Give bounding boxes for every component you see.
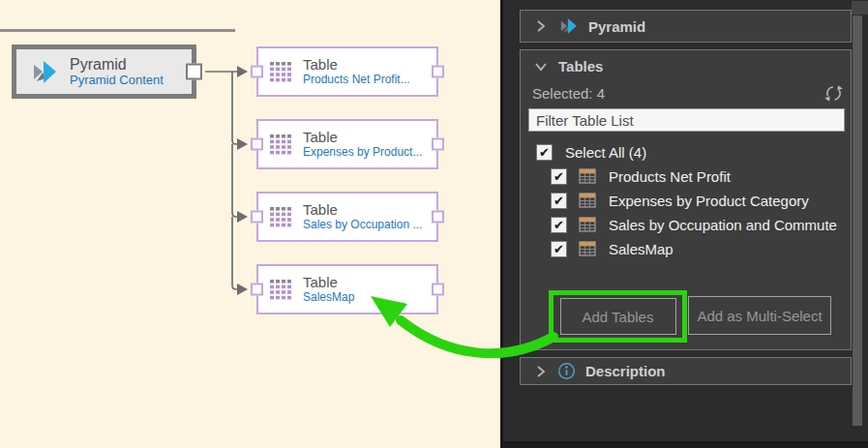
output-port[interactable] (186, 64, 202, 80)
output-port[interactable] (432, 138, 444, 151)
input-port[interactable] (251, 211, 263, 224)
table-item-label: Expenses by Product Category (609, 193, 809, 209)
item-checkbox[interactable]: ✔ (551, 217, 567, 233)
chevron-right-icon (533, 364, 549, 379)
select-all-checkbox[interactable]: ✔ (536, 144, 553, 161)
source-node-title: Pyramid (70, 56, 164, 74)
table-list-item[interactable]: ✔ Sales by Occupation and Commute (551, 215, 837, 234)
scrollbar[interactable] (853, 15, 862, 426)
table-node-subtitle: Expenses by Product... (303, 146, 422, 159)
pyramid-source-node[interactable]: Pyramid Pyramid Content (12, 45, 196, 99)
data-flow-canvas[interactable]: Pyramid Pyramid Content Table Products N… (0, 0, 500, 448)
table-grid-icon (270, 62, 292, 82)
tables-section-label: Tables (558, 58, 603, 75)
table-icon (579, 168, 596, 184)
table-icon (579, 241, 596, 256)
table-list-item[interactable]: ✔ Products Net Profit (551, 166, 731, 186)
pyramid-logo-icon (558, 16, 579, 36)
pyramid-section-label: Pyramid (588, 18, 645, 35)
table-grid-icon (270, 280, 292, 300)
table-node-title: Table (303, 275, 354, 291)
output-port[interactable] (432, 66, 444, 78)
table-item-label: Products Net Profit (609, 168, 731, 185)
chevron-right-icon (533, 18, 549, 34)
table-node-expenses[interactable]: Table Expenses by Product... (256, 119, 438, 169)
source-node-subtitle: Pyramid Content (70, 74, 164, 87)
table-grid-icon (270, 134, 292, 155)
table-node-subtitle: Products Net Profit... (303, 74, 410, 86)
table-node-sales-occupation[interactable]: Table Sales by Occupation ... (256, 192, 438, 242)
table-node-salesmap[interactable]: Table SalesMap (256, 264, 438, 314)
item-checkbox[interactable]: ✔ (551, 241, 567, 257)
table-node-products-net-profit[interactable]: Table Products Net Profit... (256, 46, 438, 97)
table-node-title: Table (303, 57, 410, 74)
pyramid-logo-icon (30, 59, 59, 85)
table-icon (579, 217, 596, 232)
add-tables-button[interactable]: Add Tables (560, 298, 676, 335)
table-item-label: Sales by Occupation and Commute (609, 217, 837, 233)
item-checkbox[interactable]: ✔ (551, 168, 567, 185)
table-node-title: Table (303, 130, 422, 146)
tables-section-header[interactable]: Tables (521, 58, 603, 75)
input-port[interactable] (251, 138, 263, 151)
select-all-row[interactable]: ✔ Select All (4) (536, 142, 646, 162)
panel-bottom-edge (500, 441, 868, 448)
scrollbar-corner (852, 1, 868, 15)
chevron-down-icon (533, 59, 549, 75)
output-port[interactable] (432, 211, 444, 224)
add-as-multi-select-button[interactable]: Add as Multi-Select (688, 296, 831, 335)
select-all-label: Select All (4) (565, 144, 646, 161)
pyramid-model-editor: Pyramid Pyramid Content Table Products N… (0, 0, 868, 448)
table-icon (579, 193, 596, 208)
table-list-item[interactable]: ✔ Expenses by Product Category (551, 191, 809, 210)
item-checkbox[interactable]: ✔ (551, 193, 567, 209)
table-grid-icon (270, 207, 292, 227)
table-list-item[interactable]: ✔ SalesMap (551, 239, 673, 258)
panel-left-edge (500, 0, 503, 448)
info-icon (557, 362, 576, 380)
input-port[interactable] (251, 66, 263, 78)
description-section-label: Description (585, 363, 666, 379)
filter-table-list-input[interactable] (528, 108, 845, 132)
tables-section: Tables Selected: 4 ✔ Select All (4) ✔ (520, 49, 852, 350)
table-node-subtitle: Sales by Occupation ... (303, 219, 422, 231)
table-node-subtitle: SalesMap (303, 291, 354, 304)
table-node-title: Table (303, 202, 422, 219)
selected-count-text: Selected: 4 (532, 85, 605, 102)
properties-panel: Pyramid Tables Selected: 4 ✔ Sele (500, 0, 868, 448)
green-highlight-box: Add Tables (549, 290, 687, 343)
output-port[interactable] (432, 284, 444, 296)
input-port[interactable] (251, 284, 263, 296)
refresh-icon[interactable] (823, 83, 844, 104)
table-item-label: SalesMap (609, 241, 673, 257)
description-section-header[interactable]: Description (520, 357, 852, 385)
pyramid-section-header[interactable]: Pyramid (520, 10, 852, 43)
